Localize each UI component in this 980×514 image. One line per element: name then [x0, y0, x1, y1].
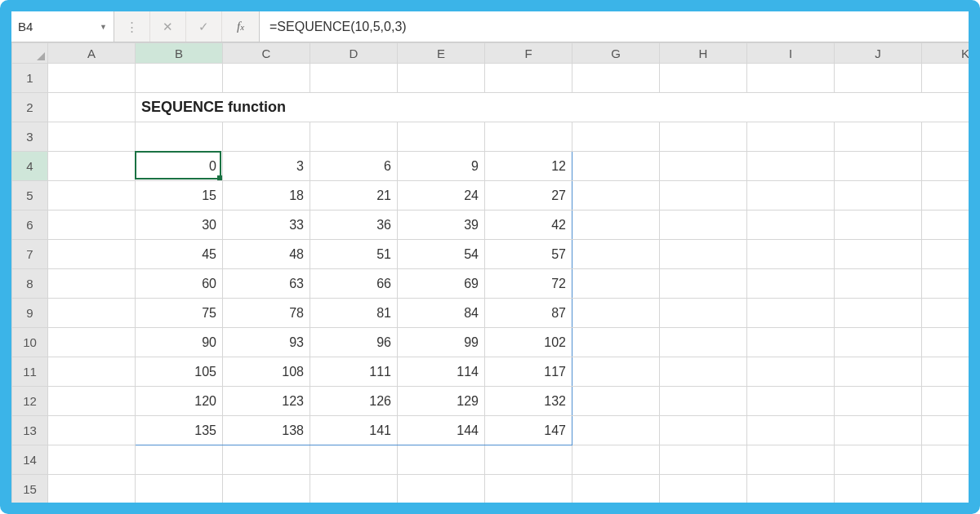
cell-F14[interactable] — [485, 445, 572, 475]
cell-D15[interactable] — [310, 475, 398, 503]
cell-A14[interactable] — [48, 445, 136, 475]
sheet-area[interactable]: ABCDEFGHIJK12SEQUENCE function3403691251… — [11, 42, 969, 503]
cell-H10[interactable] — [660, 328, 747, 357]
cell-J14[interactable] — [835, 445, 922, 475]
cell-E5[interactable]: 24 — [398, 181, 485, 210]
cell-F3[interactable] — [485, 122, 572, 152]
cell-I7[interactable] — [747, 240, 835, 269]
cell-C1[interactable] — [223, 64, 310, 93]
cell-K10[interactable] — [922, 328, 969, 357]
row-header-14[interactable]: 14 — [12, 445, 48, 475]
row-header-3[interactable]: 3 — [12, 122, 48, 152]
cell-C12[interactable]: 123 — [223, 387, 310, 416]
row-header-1[interactable]: 1 — [12, 64, 48, 93]
cell-B14[interactable] — [136, 445, 223, 475]
cell-H5[interactable] — [660, 181, 747, 210]
cell-K15[interactable] — [922, 475, 969, 503]
cell-G7[interactable] — [572, 240, 660, 269]
cell-I1[interactable] — [747, 64, 835, 93]
cell-F6[interactable]: 42 — [485, 210, 572, 240]
row-header-5[interactable]: 5 — [12, 181, 48, 210]
cell-C5[interactable]: 18 — [223, 181, 310, 210]
cell-D9[interactable]: 81 — [310, 299, 398, 328]
cell-E6[interactable]: 39 — [398, 210, 485, 240]
cell-A12[interactable] — [48, 387, 136, 416]
cell-B10[interactable]: 90 — [136, 328, 223, 357]
cell-K13[interactable] — [922, 416, 969, 445]
cell-I5[interactable] — [747, 181, 835, 210]
cell-G11[interactable] — [572, 357, 660, 387]
cell-I10[interactable] — [747, 328, 835, 357]
cell-H14[interactable] — [660, 445, 747, 475]
cell-K1[interactable] — [922, 64, 969, 93]
cell-D4[interactable]: 6 — [310, 152, 398, 181]
cell-K12[interactable] — [922, 387, 969, 416]
cell-F13[interactable]: 147 — [485, 416, 572, 445]
cell-D12[interactable]: 126 — [310, 387, 398, 416]
cell-G10[interactable] — [572, 328, 660, 357]
cell-F15[interactable] — [485, 475, 572, 503]
cell-G12[interactable] — [572, 387, 660, 416]
col-header-H[interactable]: H — [660, 43, 747, 64]
cell-F4[interactable]: 12 — [485, 152, 572, 181]
select-all-corner[interactable] — [12, 43, 48, 64]
cell-K5[interactable] — [922, 181, 969, 210]
cell-B15[interactable] — [136, 475, 223, 503]
row-header-4[interactable]: 4 — [12, 152, 48, 181]
row-header-12[interactable]: 12 — [12, 387, 48, 416]
cell-E8[interactable]: 69 — [398, 269, 485, 299]
cell-H9[interactable] — [660, 299, 747, 328]
cell-A1[interactable] — [48, 64, 136, 93]
cell-I9[interactable] — [747, 299, 835, 328]
cell-E3[interactable] — [398, 122, 485, 152]
col-header-F[interactable]: F — [485, 43, 572, 64]
cell-H11[interactable] — [660, 357, 747, 387]
cell-D5[interactable]: 21 — [310, 181, 398, 210]
cell-F8[interactable]: 72 — [485, 269, 572, 299]
col-header-C[interactable]: C — [223, 43, 310, 64]
cell-E4[interactable]: 9 — [398, 152, 485, 181]
cell-D13[interactable]: 141 — [310, 416, 398, 445]
cell-I8[interactable] — [747, 269, 835, 299]
cell-F9[interactable]: 87 — [485, 299, 572, 328]
cell-B8[interactable]: 60 — [136, 269, 223, 299]
cell-C13[interactable]: 138 — [223, 416, 310, 445]
cell-A7[interactable] — [48, 240, 136, 269]
cell-I15[interactable] — [747, 475, 835, 503]
cell-B5[interactable]: 15 — [136, 181, 223, 210]
cell-K3[interactable] — [922, 122, 969, 152]
cell-D8[interactable]: 66 — [310, 269, 398, 299]
cell-E13[interactable]: 144 — [398, 416, 485, 445]
row-header-13[interactable]: 13 — [12, 416, 48, 445]
row-header-9[interactable]: 9 — [12, 299, 48, 328]
cell-C8[interactable]: 63 — [223, 269, 310, 299]
cell-I4[interactable] — [747, 152, 835, 181]
cell-C10[interactable]: 93 — [223, 328, 310, 357]
dots-icon[interactable]: ⋮ — [114, 11, 150, 42]
cell-F5[interactable]: 27 — [485, 181, 572, 210]
cell-J8[interactable] — [835, 269, 922, 299]
cell-D11[interactable]: 111 — [310, 357, 398, 387]
cell-B7[interactable]: 45 — [136, 240, 223, 269]
cell-B3[interactable] — [136, 122, 223, 152]
col-header-B[interactable]: B — [136, 43, 223, 64]
cell-E10[interactable]: 99 — [398, 328, 485, 357]
cell-K8[interactable] — [922, 269, 969, 299]
cell-B12[interactable]: 120 — [136, 387, 223, 416]
spreadsheet-grid[interactable]: ABCDEFGHIJK12SEQUENCE function3403691251… — [11, 42, 969, 503]
enter-icon[interactable]: ✓ — [186, 11, 222, 42]
cell-C9[interactable]: 78 — [223, 299, 310, 328]
cell-G6[interactable] — [572, 210, 660, 240]
cell-J1[interactable] — [835, 64, 922, 93]
cell-E15[interactable] — [398, 475, 485, 503]
cell-K4[interactable] — [922, 152, 969, 181]
cell-H13[interactable] — [660, 416, 747, 445]
cell-A8[interactable] — [48, 269, 136, 299]
cell-A6[interactable] — [48, 210, 136, 240]
cell-G14[interactable] — [572, 445, 660, 475]
cell-K7[interactable] — [922, 240, 969, 269]
cell-A15[interactable] — [48, 475, 136, 503]
col-header-J[interactable]: J — [835, 43, 922, 64]
cell-I3[interactable] — [747, 122, 835, 152]
col-header-E[interactable]: E — [398, 43, 485, 64]
